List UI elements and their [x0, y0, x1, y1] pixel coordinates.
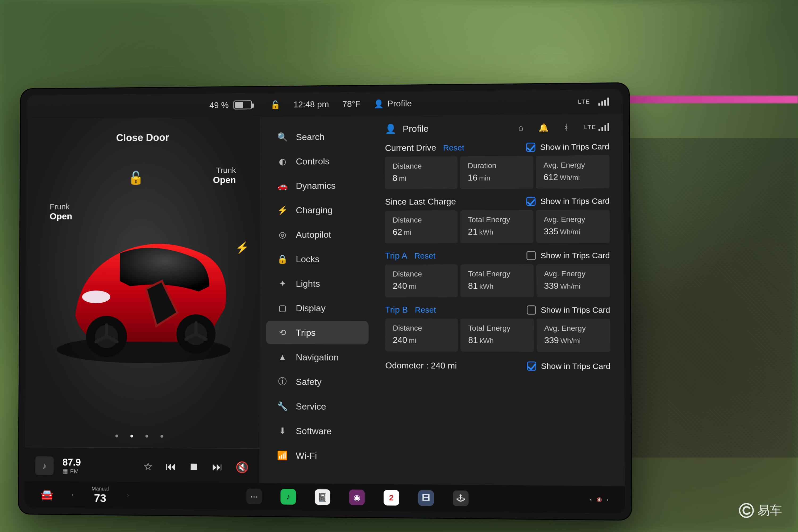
outside-temp[interactable]: 78°F	[342, 99, 360, 109]
metric-unit: kWh	[479, 282, 493, 290]
theater-icon[interactable]: 🎞	[418, 490, 434, 506]
metric-label: Distance	[393, 324, 450, 333]
lock-icon[interactable]: 🔓	[270, 100, 280, 109]
section-title[interactable]: Trip B	[385, 305, 408, 315]
nav-lights[interactable]: ✦Lights	[266, 272, 369, 295]
metric-avg-energy: Avg. Energy 335Wh/mi	[536, 210, 610, 243]
metric-value: 612	[544, 172, 558, 182]
prev-icon[interactable]: ⏮	[166, 460, 176, 473]
signal-icon[interactable]	[598, 98, 609, 106]
notes-icon[interactable]: 📓	[315, 489, 330, 505]
checkbox-icon	[527, 361, 536, 371]
unlock-icon[interactable]: 🔓	[128, 170, 144, 185]
next-icon[interactable]: ⏭	[212, 461, 223, 474]
nav-charging[interactable]: ⚡Charging	[266, 198, 368, 222]
temp-down-button[interactable]: ‹	[72, 492, 73, 497]
profile-button[interactable]: 👤 Profile	[374, 98, 412, 109]
display-content: 49 % 🔓 12:48 pm 78°F 👤 Profile LTE Close…	[25, 89, 625, 513]
app-launcher-icon[interactable]: ⋯	[246, 489, 262, 504]
temp-up-button[interactable]: ›	[127, 493, 129, 498]
metric-label: Total Energy	[468, 215, 526, 224]
arcade-icon[interactable]: 🕹	[453, 491, 469, 507]
nav-label: Service	[296, 401, 326, 412]
nav-software[interactable]: ⬇Software	[266, 419, 369, 443]
nav-dynamics[interactable]: 🚗Dynamics	[266, 174, 368, 198]
car-icon[interactable]: 🚘	[40, 488, 54, 501]
search-icon: 🔍	[277, 132, 288, 142]
show-in-card-toggle[interactable]: Show in Trips Card	[527, 305, 610, 315]
metric-label: Avg. Energy	[544, 161, 602, 170]
metric-unit: kWh	[479, 228, 493, 236]
reset-button[interactable]: Reset	[414, 251, 435, 260]
mute-icon[interactable]: 🔇	[235, 461, 249, 474]
nav-label: Autopilot	[296, 229, 331, 240]
metric-total-energy: Total Energy 81kWh	[460, 264, 534, 298]
checkbox-icon	[526, 142, 535, 152]
stop-icon[interactable]: ⏹	[189, 460, 200, 473]
nav-safety[interactable]: ⓘSafety	[266, 370, 369, 394]
metric-value: 16	[468, 173, 477, 182]
reset-button[interactable]: Reset	[443, 143, 464, 152]
nav-label: Software	[296, 425, 332, 436]
nav-trips[interactable]: ⟲Trips	[266, 321, 369, 344]
metric-unit: mi	[408, 283, 416, 290]
show-in-card-toggle[interactable]: Show in Trips Card	[526, 196, 609, 206]
chevron-right-icon: ›	[607, 497, 609, 502]
metric-label: Distance	[393, 270, 450, 278]
checkbox-icon	[527, 305, 536, 315]
nav-search[interactable]: 🔍Search	[266, 125, 368, 149]
nav-autopilot[interactable]: ◎Autopilot	[266, 223, 368, 246]
calendar-icon[interactable]: 2	[384, 490, 399, 506]
reset-button[interactable]: Reset	[415, 305, 436, 315]
battery-percent[interactable]: 49 %	[209, 100, 228, 110]
vehicle-render[interactable]	[41, 201, 246, 366]
close-door-alert[interactable]: Close Door	[26, 131, 260, 144]
metric-distance: Distance 62mi	[385, 210, 458, 244]
metric-label: Total Energy	[468, 270, 526, 279]
nav-navigation[interactable]: ▲Navigation	[266, 345, 369, 369]
center-display: 49 % 🔓 12:48 pm 78°F 👤 Profile LTE Close…	[18, 82, 632, 520]
battery-icon[interactable]	[233, 100, 252, 109]
nav-label: Wi-Fi	[296, 450, 317, 461]
section-title[interactable]: Trip A	[385, 251, 407, 261]
show-in-card-toggle[interactable]: Show in Trips Card	[527, 251, 610, 260]
nav-label: Display	[296, 303, 326, 314]
metric-value: 335	[544, 227, 558, 236]
wrench-icon: 🔧	[277, 401, 288, 411]
show-in-card-toggle[interactable]: Show in Trips Card	[527, 361, 610, 371]
network-status[interactable]: LTE	[584, 123, 609, 131]
metric-value: 339	[544, 281, 558, 291]
homelink-icon[interactable]: ⌂	[518, 123, 524, 132]
bolt-icon: ⚡	[277, 205, 288, 215]
trunk-button[interactable]: Trunk Open	[213, 166, 236, 185]
profile-label: Profile	[387, 98, 412, 109]
metric-total-energy: Total Energy 21kWh	[460, 210, 533, 243]
panel-title[interactable]: Profile	[403, 124, 429, 134]
media-subtitle: ▦ FM	[62, 468, 81, 475]
nav-service[interactable]: 🔧Service	[266, 395, 369, 418]
network-label[interactable]: LTE	[578, 98, 590, 105]
climate-button[interactable]: Manual 73	[92, 486, 109, 505]
nav-label: Navigation	[296, 352, 339, 363]
nav-locks[interactable]: 🔒Locks	[266, 247, 368, 271]
nav-wifi[interactable]: 📶Wi-Fi	[266, 443, 369, 468]
camera-icon[interactable]: ◉	[349, 490, 365, 505]
media-source-icon[interactable]: ♪	[35, 456, 54, 475]
volume-control[interactable]: ‹ 🔇 ›	[590, 497, 608, 502]
metric-unit: mi	[409, 337, 416, 344]
nav-display[interactable]: ▢Display	[266, 296, 369, 320]
metric-label: Total Energy	[468, 324, 526, 333]
clock[interactable]: 12:48 pm	[293, 99, 329, 109]
bluetooth-icon[interactable]: ᚼ	[564, 123, 569, 132]
section-trip-a: Trip A Reset Show in Trips Card	[385, 250, 610, 261]
media-title[interactable]: 87.9	[62, 457, 81, 468]
bell-icon[interactable]: 🔔	[539, 123, 549, 132]
show-in-card-toggle[interactable]: Show in Trips Card	[526, 142, 609, 152]
spotify-icon[interactable]: ♪	[280, 489, 296, 505]
favorite-icon[interactable]: ☆	[144, 460, 153, 473]
nav-controls[interactable]: ◐Controls	[266, 149, 368, 173]
metric-unit: Wh/mi	[560, 228, 580, 236]
nav-label: Trips	[296, 327, 316, 338]
section-trip-b: Trip B Reset Show in Trips Card	[385, 305, 610, 315]
page-dots[interactable]: ● ● ● ●	[25, 432, 259, 440]
